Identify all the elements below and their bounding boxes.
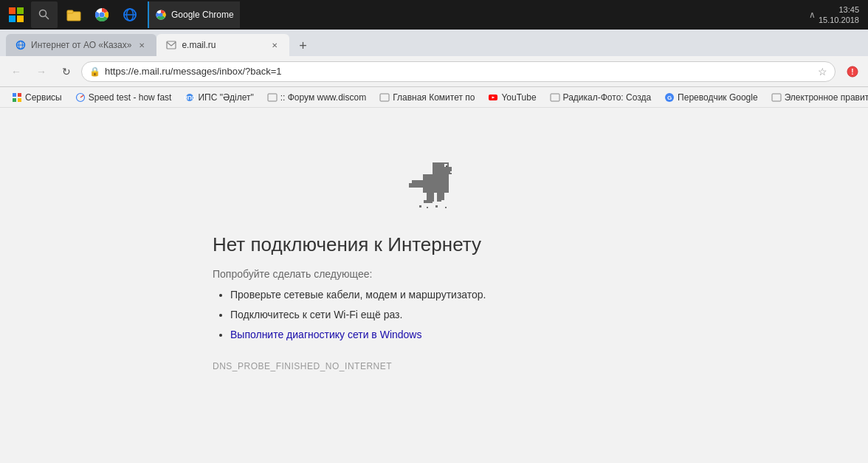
bookmark-favicon-glavnaya: [379, 92, 390, 103]
svg-text:!: !: [851, 68, 853, 76]
bookmark-label-ips: ИПС "Әділет": [198, 92, 253, 103]
network-diagnostics-link[interactable]: Выполните диагностику сети в Windows: [230, 329, 421, 340]
tab-title-internet: Интернет от АО «Казах»: [31, 40, 131, 50]
svg-point-6: [100, 13, 105, 18]
svg-line-23: [80, 95, 83, 97]
bookmark-favicon-translator: G: [664, 92, 675, 103]
svg-rect-33: [772, 94, 781, 101]
svg-point-0: [40, 10, 46, 17]
file-explorer-icon[interactable]: [61, 1, 87, 28]
address-bar-area: ← → ↻ 🔒 https://e.mail.ru/messages/inbox…: [0, 56, 868, 87]
svg-text:G: G: [667, 95, 672, 101]
svg-rect-19: [18, 93, 21, 97]
bookmark-star-icon[interactable]: ☆: [818, 66, 827, 78]
bookmark-favicon-youtube: [488, 92, 498, 103]
svg-rect-40: [438, 183, 444, 188]
bookmark-youtube[interactable]: YouTube: [482, 89, 542, 106]
svg-rect-21: [18, 98, 21, 102]
svg-rect-45: [424, 200, 433, 203]
svg-rect-41: [441, 188, 446, 191]
bookmark-favicon-electronic: [771, 92, 782, 103]
svg-rect-15: [167, 41, 176, 49]
bookmark-ips[interactable]: ИПС ИПС "Әділет": [179, 89, 259, 106]
extension-icons: !: [843, 62, 862, 81]
tab-favicon-email: [165, 39, 177, 51]
svg-rect-47: [437, 199, 441, 202]
chrome-window: Интернет от АО «Казах» ✕ e.mail.ru ✕ + ←…: [0, 30, 868, 463]
bookmark-label-forum: :: Форум www.discom: [280, 92, 366, 103]
taskbar-search-button[interactable]: [31, 1, 58, 28]
bookmark-label-glavnaya: Главная Комитет по: [393, 92, 475, 103]
svg-rect-20: [13, 98, 16, 102]
bookmark-favicon-speedtest: [75, 92, 86, 103]
bookmark-label-youtube: YouTube: [501, 92, 536, 103]
bookmark-forum[interactable]: :: Форум www.discom: [261, 89, 372, 106]
svg-rect-18: [13, 93, 16, 97]
svg-rect-27: [380, 94, 389, 101]
svg-rect-50: [435, 205, 438, 208]
extension-icon-1[interactable]: !: [843, 62, 862, 81]
taskbar-time: 13:4515.10.2018: [819, 4, 859, 26]
address-text: https://e.mail.ru/messages/inbox/?back=1: [105, 66, 813, 77]
error-bullet-1: Проверьте сетевые кабели, модем и маршру…: [230, 286, 486, 304]
new-tab-button[interactable]: +: [292, 35, 313, 56]
svg-rect-36: [444, 167, 452, 174]
forward-button[interactable]: →: [31, 61, 52, 82]
svg-rect-49: [427, 207, 428, 208]
svg-rect-26: [268, 94, 277, 101]
tab-email[interactable]: e.mail.ru ✕: [156, 34, 289, 56]
error-code: DNS_PROBE_FINISHED_NO_INTERNET: [213, 361, 392, 371]
windows-logo-icon: [9, 7, 24, 22]
error-list: Проверьте сетевые кабели, модем и маршру…: [213, 286, 486, 346]
svg-line-1: [46, 16, 49, 20]
bookmarks-bar: Сервисы Speed test - how fast ИПС ИПС "Ә…: [0, 87, 868, 108]
svg-rect-30: [551, 94, 559, 101]
address-bar[interactable]: 🔒 https://e.mail.ru/messages/inbox/?back…: [81, 61, 836, 82]
tab-bar: Интернет от АО «Казах» ✕ e.mail.ru ✕ +: [0, 30, 868, 56]
bookmark-favicon-forum: [267, 92, 278, 103]
back-button[interactable]: ←: [6, 61, 27, 82]
taskbar-pinned-icons: [61, 1, 143, 28]
bookmark-favicon-servisy: [12, 92, 22, 103]
error-bullet-2: Подключитесь к сети Wi-Fi ещё раз.: [230, 306, 486, 324]
bookmark-label-radikal: Радикал-Фото: Созда: [563, 92, 652, 103]
taskbar-expand-icon[interactable]: ∧: [809, 10, 816, 20]
svg-rect-3: [67, 10, 73, 13]
bookmark-electronic[interactable]: Электронное правит: [765, 89, 868, 106]
error-heading: Нет подключения к Интернету: [213, 233, 655, 256]
bookmark-speedtest[interactable]: Speed test - how fast: [69, 89, 178, 106]
svg-rect-43: [409, 183, 415, 188]
start-button[interactable]: [3, 1, 30, 28]
error-subtext: Попробуйте сделать следующее:: [213, 268, 372, 280]
bookmark-label-electronic: Электронное правит: [785, 92, 868, 103]
svg-rect-39: [450, 171, 452, 173]
dino-container: [213, 152, 655, 211]
ie-icon[interactable]: [117, 1, 143, 28]
bookmark-glavnaya[interactable]: Главная Комитет по: [373, 89, 480, 106]
bookmark-servisy[interactable]: Сервисы: [6, 89, 68, 106]
taskbar-right: ∧ 13:4515.10.2018: [809, 4, 865, 26]
bookmark-label-servisy: Сервисы: [25, 92, 62, 103]
tab-close-email[interactable]: ✕: [269, 39, 280, 51]
bookmark-radikal[interactable]: Радикал-Фото: Созда: [544, 89, 658, 106]
taskbar-app-label: Google Chrome: [171, 10, 234, 20]
reload-button[interactable]: ↻: [56, 61, 77, 82]
taskbar: Google Chrome ∧ 13:4515.10.2018: [0, 0, 868, 30]
svg-rect-51: [445, 207, 447, 208]
bookmark-translator[interactable]: G Переводчик Google: [658, 89, 764, 106]
bookmark-label-translator: Переводчик Google: [678, 92, 758, 103]
bookmark-favicon-radikal: [550, 92, 560, 103]
bookmark-label-speedtest: Speed test - how fast: [89, 92, 172, 103]
tab-close-internet[interactable]: ✕: [136, 39, 148, 51]
svg-point-11: [159, 13, 162, 16]
lock-icon: 🔒: [89, 66, 100, 77]
taskbar-chrome-app[interactable]: Google Chrome: [148, 1, 240, 28]
tab-internet[interactable]: Интернет от АО «Казах» ✕: [6, 34, 156, 56]
error-bullet-3[interactable]: Выполните диагностику сети в Windows: [230, 326, 486, 344]
dino-icon: [404, 152, 464, 211]
bookmark-favicon-ips: ИПС: [185, 92, 195, 103]
chrome-icon[interactable]: [89, 1, 115, 28]
svg-text:ИПС: ИПС: [185, 95, 195, 100]
svg-rect-48: [419, 205, 421, 208]
svg-rect-38: [446, 165, 447, 167]
